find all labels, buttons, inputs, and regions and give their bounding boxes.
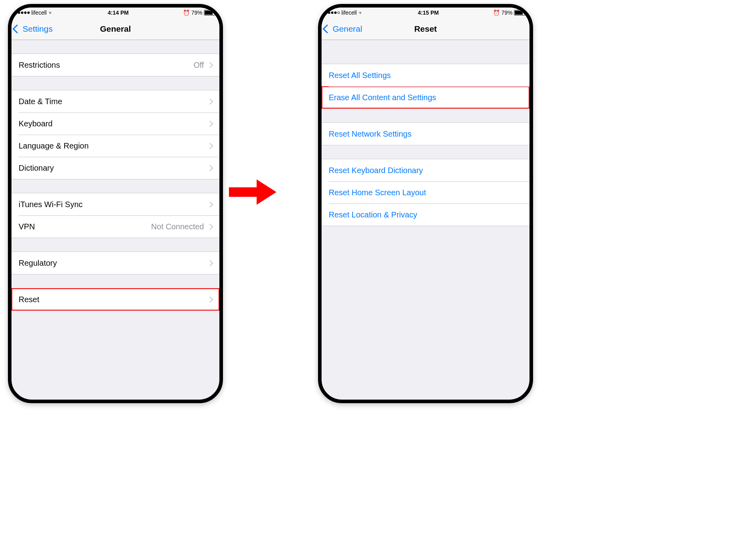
row-reset-all-settings[interactable]: Reset All Settings [322, 64, 529, 86]
page-title: Reset [414, 24, 437, 34]
battery-icon [514, 10, 526, 15]
chevron-right-icon [207, 201, 213, 208]
chevron-right-icon [207, 223, 213, 230]
signal-icon [15, 11, 30, 14]
row-language-region[interactable]: Language & Region [11, 135, 219, 157]
carrier-label: lifecell [31, 10, 47, 16]
row-keyboard[interactable]: Keyboard [11, 112, 219, 135]
signal-icon [325, 11, 340, 14]
battery-label: 79% [501, 10, 512, 16]
alarm-icon: ⏰ [493, 10, 500, 16]
battery-icon [204, 10, 216, 15]
clock-label: 4:15 PM [418, 10, 439, 16]
row-restrictions[interactable]: Restrictions Off [11, 54, 219, 76]
chevron-right-icon [207, 296, 213, 303]
chevron-right-icon [207, 260, 213, 266]
reset-list: Reset All Settings Erase All Content and… [322, 64, 529, 226]
row-reset-home-layout[interactable]: Reset Home Screen Layout [322, 181, 529, 204]
row-reset[interactable]: Reset [11, 288, 219, 310]
chevron-right-icon [207, 143, 213, 149]
row-reset-network[interactable]: Reset Network Settings [322, 123, 529, 145]
step-arrow-icon [229, 176, 276, 208]
settings-list: Restrictions Off Date & Time Keyboard La… [11, 53, 219, 311]
row-regulatory[interactable]: Regulatory [11, 252, 219, 274]
phone-reset: lifecell ᯤ 4:15 PM ⏰ 79% General Reset [318, 4, 533, 403]
clock-label: 4:14 PM [108, 10, 129, 16]
carrier-label: lifecell [341, 10, 357, 16]
chevron-left-icon [323, 24, 332, 33]
row-date-time[interactable]: Date & Time [11, 90, 219, 112]
row-dictionary[interactable]: Dictionary [11, 157, 219, 179]
wifi-icon: ᯤ [358, 10, 364, 16]
back-button[interactable]: General [324, 18, 362, 40]
chevron-right-icon [207, 62, 213, 68]
nav-bar: General Reset [322, 18, 529, 40]
back-label: General [333, 24, 362, 34]
row-erase-all-content[interactable]: Erase All Content and Settings [322, 86, 529, 109]
value-label: Not Connected [151, 222, 204, 231]
row-reset-location-privacy[interactable]: Reset Location & Privacy [322, 204, 529, 226]
phone-general: lifecell ᯤ 4:14 PM ⏰ 79% Settings Genera… [8, 4, 223, 403]
status-bar: lifecell ᯤ 4:14 PM ⏰ 79% [11, 8, 219, 18]
chevron-right-icon [207, 98, 213, 105]
row-vpn[interactable]: VPN Not Connected [11, 215, 219, 238]
chevron-right-icon [207, 165, 213, 171]
chevron-left-icon [13, 24, 22, 33]
svg-marker-0 [229, 179, 276, 205]
row-reset-keyboard-dict[interactable]: Reset Keyboard Dictionary [322, 159, 529, 181]
chevron-right-icon [207, 120, 213, 127]
status-bar: lifecell ᯤ 4:15 PM ⏰ 79% [322, 8, 529, 18]
value-label: Off [194, 61, 204, 70]
page-title: General [100, 24, 131, 34]
back-label: Settings [23, 24, 53, 34]
nav-bar: Settings General [11, 18, 219, 40]
row-itunes-wifi-sync[interactable]: iTunes Wi-Fi Sync [11, 193, 219, 215]
alarm-icon: ⏰ [183, 10, 190, 16]
wifi-icon: ᯤ [48, 10, 53, 16]
back-button[interactable]: Settings [14, 18, 53, 40]
battery-label: 79% [191, 10, 202, 16]
